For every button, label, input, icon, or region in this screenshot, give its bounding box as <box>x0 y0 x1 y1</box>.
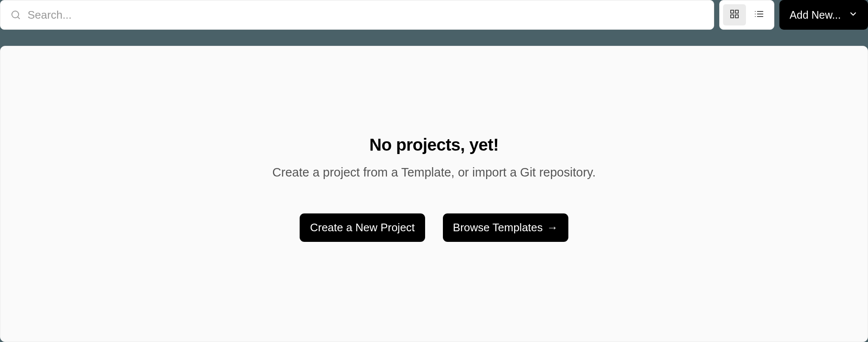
svg-line-1 <box>18 17 19 19</box>
create-button-label: Create a New Project <box>310 221 415 234</box>
svg-rect-2 <box>731 10 734 13</box>
browse-button-label: Browse Templates <box>453 221 543 234</box>
add-new-button[interactable]: Add New... <box>779 0 868 30</box>
action-buttons-row: Create a New Project Browse Templates → <box>300 213 568 242</box>
list-icon <box>754 9 764 21</box>
svg-rect-3 <box>735 10 738 13</box>
chevron-down-icon <box>849 9 858 21</box>
list-view-button[interactable] <box>748 4 771 25</box>
arrow-right-icon: → <box>547 221 558 234</box>
search-icon <box>11 10 21 20</box>
grid-view-button[interactable] <box>723 4 746 25</box>
top-bar: Add New... <box>0 0 868 30</box>
view-toggle <box>719 0 774 30</box>
svg-rect-5 <box>731 15 734 18</box>
main-panel: No projects, yet! Create a project from … <box>0 46 868 342</box>
search-input[interactable] <box>28 8 704 22</box>
add-new-label: Add New... <box>790 9 841 21</box>
empty-state-subtitle: Create a project from a Template, or imp… <box>273 165 596 179</box>
grid-icon <box>729 9 740 21</box>
svg-rect-4 <box>735 15 738 18</box>
create-new-project-button[interactable]: Create a New Project <box>300 213 425 242</box>
search-container[interactable] <box>0 0 714 30</box>
empty-state-title: No projects, yet! <box>370 135 499 154</box>
browse-templates-button[interactable]: Browse Templates → <box>443 213 568 242</box>
